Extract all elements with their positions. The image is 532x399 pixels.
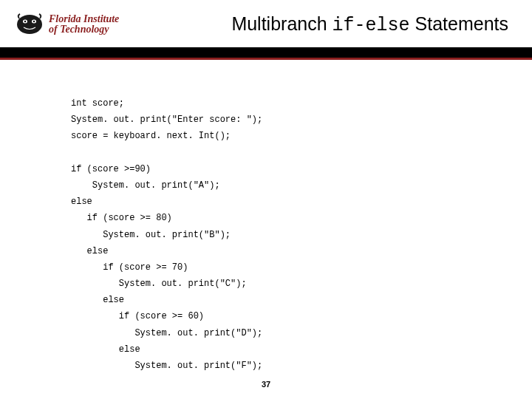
svg-point-3 bbox=[24, 21, 26, 22]
slide-title: Multibranch if-else Statements bbox=[119, 13, 517, 36]
header-bar-dark bbox=[0, 47, 532, 58]
logo-text-line2: of Technology bbox=[49, 24, 119, 35]
title-suffix: Statements bbox=[410, 13, 508, 34]
title-prefix: Multibranch bbox=[231, 13, 332, 34]
svg-point-0 bbox=[17, 15, 42, 34]
page-number: 37 bbox=[0, 380, 532, 389]
panther-icon bbox=[15, 11, 44, 38]
institution-name: Florida Institute of Technology bbox=[49, 14, 119, 35]
logo-text-line1: Florida Institute bbox=[49, 14, 119, 24]
code-block: int score; System. out. print("Enter sco… bbox=[0, 60, 532, 374]
institution-logo: Florida Institute of Technology bbox=[15, 11, 119, 38]
title-code: if-else bbox=[332, 15, 410, 36]
slide-header: Florida Institute of Technology Multibra… bbox=[0, 0, 532, 47]
svg-point-4 bbox=[33, 21, 35, 22]
